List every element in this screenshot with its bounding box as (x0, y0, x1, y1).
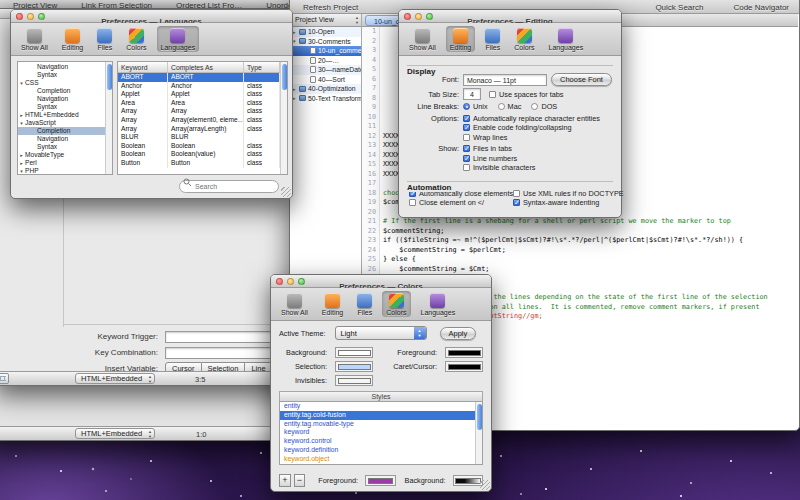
disclosure-triangle[interactable] (30, 143, 37, 151)
language-popup[interactable]: HTML+Embedded▲▼ (75, 428, 155, 439)
column-header[interactable]: Type (244, 62, 280, 72)
table-row[interactable]: Anchor Anchor class (118, 82, 280, 91)
language-tree-item[interactable]: Syntax (18, 143, 105, 151)
file-row[interactable]: 10-un_comment… (291, 46, 361, 56)
minimize-button[interactable] (415, 13, 422, 20)
disclosure-triangle[interactable]: ▾ (18, 167, 25, 175)
disclosure-triangle[interactable] (30, 95, 37, 103)
file-row[interactable]: 30—nameDateStr… (291, 65, 361, 75)
resize-grip[interactable] (281, 187, 291, 197)
automation-checkbox[interactable]: Close element on </ (409, 198, 513, 208)
use-spaces-checkbox[interactable]: Use spaces for tabs (489, 89, 564, 99)
show-checkbox[interactable]: Files in tabs (463, 144, 535, 154)
language-tree-item[interactable]: Syntax (18, 71, 105, 79)
toolbar-pane-button[interactable]: Languages (545, 26, 588, 52)
style-row[interactable]: keyword.variable (280, 464, 475, 465)
table-row[interactable]: Array Array class (118, 107, 280, 116)
style-row[interactable]: keyword.definition (280, 446, 475, 455)
file-row[interactable]: ▸ 50-Text Transform (291, 94, 361, 104)
file-row[interactable]: ▸ 10-Open (291, 27, 361, 37)
minimize-button[interactable] (287, 278, 294, 285)
language-tree-item[interactable]: Syntax (18, 103, 105, 111)
scroll-thumb[interactable] (282, 64, 287, 90)
disclosure-triangle[interactable] (30, 135, 37, 143)
language-tree-item[interactable]: ▾ PHP (18, 167, 105, 175)
theme-popup[interactable]: Light▲▼ (335, 326, 427, 340)
language-tree-item[interactable]: ▸ HTML+Embedded (18, 111, 105, 119)
language-tree-item[interactable]: Navigation (18, 95, 105, 103)
close-button[interactable] (16, 13, 23, 20)
zoom-button[interactable] (426, 13, 433, 20)
refresh-project-button[interactable]: Refresh Project (303, 3, 358, 12)
table-row[interactable]: Array Array(element0, eleme… class (118, 116, 280, 125)
toolbar-pane-button[interactable]: Show All (17, 26, 52, 52)
show-checkbox[interactable]: Line numbers (463, 154, 535, 164)
language-tree-item[interactable]: ▸ MovableType (18, 151, 105, 159)
background-color-well[interactable] (335, 347, 373, 358)
scroll-thumb[interactable] (477, 404, 482, 430)
option-checkbox[interactable]: Automatically replace character entities (463, 114, 600, 124)
toolbar-pane-button[interactable]: Languages (417, 291, 460, 317)
disclosure-triangle[interactable]: ▾ (18, 79, 25, 87)
option-checkbox[interactable]: Wrap lines (463, 133, 600, 143)
language-tree-item[interactable]: ▾ CSS (18, 79, 105, 87)
style-foreground-well[interactable] (365, 475, 395, 486)
toolbar-pane-button[interactable]: Editing (446, 26, 475, 52)
table-row[interactable]: Applet Applet class (118, 90, 280, 99)
show-checkbox[interactable]: Invisible characters (463, 163, 535, 173)
scrollbar[interactable] (105, 62, 112, 174)
add-style-button[interactable]: + (279, 474, 291, 487)
language-tree-item[interactable]: Completion (18, 87, 105, 95)
close-button[interactable] (276, 278, 283, 285)
table-row[interactable]: BLUR BLUR (118, 133, 280, 142)
toolbar-pane-button[interactable]: Files (481, 26, 504, 52)
caret-color-well[interactable] (445, 361, 483, 372)
line-break-radio[interactable]: Unix (463, 102, 488, 112)
disclosure-triangle[interactable] (30, 63, 37, 71)
drawer-header-popup[interactable]: Project View▲▼ (291, 14, 361, 27)
search-input[interactable] (179, 180, 279, 193)
title-bar[interactable]: Preferences — Languages (11, 10, 292, 23)
option-checkbox[interactable]: Enable code folding/collapsing (463, 123, 600, 133)
title-bar[interactable]: Preferences — Editing (399, 10, 621, 23)
style-row[interactable]: keyword.control (280, 437, 475, 446)
tab-size-input[interactable]: 4 (463, 88, 481, 100)
toolbar-button[interactable]: Quick Search (655, 3, 703, 12)
toolbar-pane-button[interactable]: Languages (157, 26, 200, 52)
scroll-thumb[interactable] (107, 64, 112, 90)
table-row[interactable]: ABORT ABORT (118, 73, 280, 82)
style-row[interactable]: entity.tag.movable-type (280, 420, 475, 429)
resize-grip[interactable] (480, 480, 490, 490)
toolbar-pane-button[interactable]: Show All (405, 26, 440, 52)
remove-style-button[interactable]: − (294, 474, 306, 487)
scrollbar[interactable] (475, 402, 482, 464)
scrollbar[interactable] (280, 62, 287, 174)
disclosure-triangle[interactable]: ▾ (18, 119, 25, 127)
toolbar-pane-button[interactable]: Files (93, 26, 116, 52)
close-button[interactable] (404, 13, 411, 20)
file-row[interactable]: 20—… (291, 56, 361, 66)
toolbar-pane-button[interactable]: Show All (277, 291, 312, 317)
choose-font-button[interactable]: Choose Font (551, 73, 612, 86)
language-tree-item[interactable]: ▸ Perl (18, 159, 105, 167)
style-row[interactable]: keyword (280, 428, 475, 437)
table-row[interactable]: Array Array(arrayLength) class (118, 125, 280, 134)
automation-checkbox[interactable]: Syntax-aware indenting (513, 198, 624, 208)
apply-button[interactable]: Apply (440, 327, 477, 340)
foreground-color-well[interactable] (445, 347, 483, 358)
zoom-button[interactable] (298, 278, 305, 285)
toolbar-pane-button[interactable]: Colors (510, 26, 538, 52)
disclosure-triangle[interactable]: ▸ (18, 111, 25, 119)
disclosure-triangle[interactable]: ▸ (18, 159, 25, 167)
disclosure-triangle[interactable] (30, 127, 37, 135)
minimize-button[interactable] (27, 13, 34, 20)
language-popup[interactable]: HTML+Embedded▲▼ (75, 373, 155, 384)
table-row[interactable]: Boolean Boolean class (118, 142, 280, 151)
line-break-radio[interactable]: Mac (498, 102, 522, 112)
style-row[interactable]: entity.tag.cold-fusion (280, 411, 475, 420)
language-tree-item[interactable]: Navigation (18, 63, 105, 71)
toolbar-pane-button[interactable]: Editing (318, 291, 347, 317)
table-row[interactable]: Button Button class (118, 159, 280, 168)
disclosure-triangle[interactable] (30, 87, 37, 95)
disclosure-triangle[interactable] (30, 103, 37, 111)
